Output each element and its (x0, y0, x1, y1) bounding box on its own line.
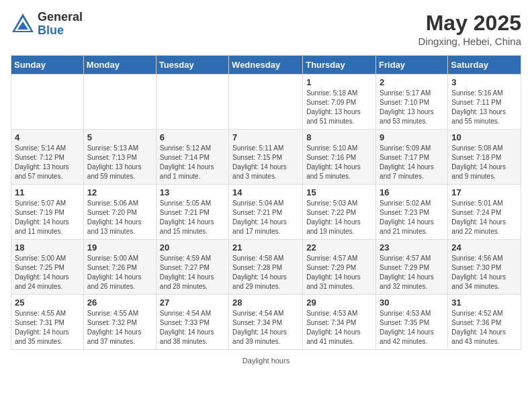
day-number: 17 (451, 187, 517, 197)
calendar-cell: 1Sunrise: 5:18 AM Sunset: 7:09 PM Daylig… (303, 75, 376, 130)
calendar-cell: 14Sunrise: 5:04 AM Sunset: 7:21 PM Dayli… (229, 185, 303, 240)
day-info: Sunrise: 5:13 AM Sunset: 7:13 PM Dayligh… (87, 144, 152, 181)
day-info: Sunrise: 5:04 AM Sunset: 7:21 PM Dayligh… (232, 199, 299, 236)
day-info: Sunrise: 4:56 AM Sunset: 7:30 PM Dayligh… (451, 254, 517, 291)
calendar-week-4: 25Sunrise: 4:55 AM Sunset: 7:31 PM Dayli… (11, 295, 521, 350)
logo-general: General (38, 11, 83, 24)
day-number: 15 (306, 187, 372, 197)
calendar-cell (11, 75, 84, 130)
day-info: Sunrise: 5:00 AM Sunset: 7:25 PM Dayligh… (15, 254, 80, 291)
logo-text: General Blue (38, 11, 83, 38)
calendar-cell: 20Sunrise: 4:59 AM Sunset: 7:27 PM Dayli… (156, 240, 228, 295)
day-info: Sunrise: 5:11 AM Sunset: 7:15 PM Dayligh… (232, 144, 299, 181)
day-info: Sunrise: 4:59 AM Sunset: 7:27 PM Dayligh… (160, 254, 225, 291)
day-number: 29 (306, 298, 372, 308)
calendar-cell: 24Sunrise: 4:56 AM Sunset: 7:30 PM Dayli… (448, 240, 521, 295)
calendar-cell (229, 75, 303, 130)
day-info: Sunrise: 5:14 AM Sunset: 7:12 PM Dayligh… (15, 144, 80, 181)
calendar-cell: 13Sunrise: 5:05 AM Sunset: 7:21 PM Dayli… (156, 185, 228, 240)
calendar-cell: 16Sunrise: 5:02 AM Sunset: 7:23 PM Dayli… (376, 185, 448, 240)
calendar-cell: 2Sunrise: 5:17 AM Sunset: 7:10 PM Daylig… (376, 75, 448, 130)
day-number: 30 (380, 298, 444, 308)
footer: Daylight hours (11, 357, 521, 365)
calendar-cell: 29Sunrise: 4:53 AM Sunset: 7:34 PM Dayli… (303, 295, 376, 350)
day-info: Sunrise: 4:55 AM Sunset: 7:31 PM Dayligh… (15, 309, 80, 347)
day-info: Sunrise: 5:08 AM Sunset: 7:18 PM Dayligh… (451, 144, 517, 181)
day-number: 5 (87, 132, 152, 142)
calendar-week-0: 1Sunrise: 5:18 AM Sunset: 7:09 PM Daylig… (11, 75, 521, 130)
calendar-cell (156, 75, 228, 130)
logo-blue: Blue (38, 24, 83, 38)
day-number: 9 (380, 132, 444, 142)
day-info: Sunrise: 4:55 AM Sunset: 7:32 PM Dayligh… (87, 309, 152, 347)
day-info: Sunrise: 5:16 AM Sunset: 7:11 PM Dayligh… (451, 89, 517, 126)
column-header-friday: Friday (376, 56, 448, 75)
day-number: 6 (160, 132, 225, 142)
calendar-cell: 19Sunrise: 5:00 AM Sunset: 7:26 PM Dayli… (83, 240, 156, 295)
day-number: 10 (451, 132, 517, 142)
page-header: General Blue May 2025 Dingxing, Hebei, C… (11, 11, 521, 47)
day-info: Sunrise: 5:03 AM Sunset: 7:22 PM Dayligh… (306, 199, 372, 236)
calendar-cell: 15Sunrise: 5:03 AM Sunset: 7:22 PM Dayli… (303, 185, 376, 240)
footer-text: Daylight hours (242, 357, 290, 365)
calendar-cell: 3Sunrise: 5:16 AM Sunset: 7:11 PM Daylig… (448, 75, 521, 130)
column-header-saturday: Saturday (448, 56, 521, 75)
day-number: 28 (232, 298, 299, 308)
calendar-cell: 7Sunrise: 5:11 AM Sunset: 7:15 PM Daylig… (229, 130, 303, 185)
day-number: 4 (15, 132, 80, 142)
day-info: Sunrise: 5:12 AM Sunset: 7:14 PM Dayligh… (160, 144, 225, 181)
column-header-tuesday: Tuesday (156, 56, 228, 75)
day-number: 20 (160, 242, 225, 253)
day-info: Sunrise: 5:18 AM Sunset: 7:09 PM Dayligh… (306, 89, 372, 126)
day-info: Sunrise: 5:07 AM Sunset: 7:19 PM Dayligh… (15, 199, 80, 236)
calendar-cell: 26Sunrise: 4:55 AM Sunset: 7:32 PM Dayli… (83, 295, 156, 350)
location-subtitle: Dingxing, Hebei, China (418, 36, 521, 47)
day-number: 8 (306, 132, 372, 142)
day-number: 21 (232, 242, 299, 253)
calendar-table: SundayMondayTuesdayWednesdayThursdayFrid… (11, 55, 521, 350)
day-number: 22 (306, 242, 372, 253)
calendar-week-2: 11Sunrise: 5:07 AM Sunset: 7:19 PM Dayli… (11, 185, 521, 240)
day-info: Sunrise: 4:54 AM Sunset: 7:33 PM Dayligh… (160, 309, 225, 347)
calendar-header-row: SundayMondayTuesdayWednesdayThursdayFrid… (11, 56, 521, 75)
calendar-cell: 12Sunrise: 5:06 AM Sunset: 7:20 PM Dayli… (83, 185, 156, 240)
calendar-cell: 27Sunrise: 4:54 AM Sunset: 7:33 PM Dayli… (156, 295, 228, 350)
calendar-cell (83, 75, 156, 130)
day-number: 23 (380, 242, 444, 253)
calendar-cell: 10Sunrise: 5:08 AM Sunset: 7:18 PM Dayli… (448, 130, 521, 185)
day-info: Sunrise: 4:58 AM Sunset: 7:28 PM Dayligh… (232, 254, 299, 291)
calendar-cell: 17Sunrise: 5:01 AM Sunset: 7:24 PM Dayli… (448, 185, 521, 240)
day-info: Sunrise: 4:57 AM Sunset: 7:29 PM Dayligh… (380, 254, 444, 291)
day-info: Sunrise: 4:53 AM Sunset: 7:34 PM Dayligh… (306, 309, 372, 347)
day-info: Sunrise: 5:17 AM Sunset: 7:10 PM Dayligh… (380, 89, 444, 126)
day-info: Sunrise: 4:52 AM Sunset: 7:36 PM Dayligh… (451, 309, 517, 347)
day-info: Sunrise: 5:10 AM Sunset: 7:16 PM Dayligh… (306, 144, 372, 181)
day-number: 26 (87, 298, 152, 308)
calendar-week-3: 18Sunrise: 5:00 AM Sunset: 7:25 PM Dayli… (11, 240, 521, 295)
day-info: Sunrise: 5:00 AM Sunset: 7:26 PM Dayligh… (87, 254, 152, 291)
day-number: 3 (451, 77, 517, 87)
logo: General Blue (11, 11, 83, 38)
calendar-cell: 4Sunrise: 5:14 AM Sunset: 7:12 PM Daylig… (11, 130, 84, 185)
calendar-cell: 25Sunrise: 4:55 AM Sunset: 7:31 PM Dayli… (11, 295, 84, 350)
day-number: 11 (15, 187, 80, 197)
calendar-cell: 23Sunrise: 4:57 AM Sunset: 7:29 PM Dayli… (376, 240, 448, 295)
day-info: Sunrise: 4:53 AM Sunset: 7:35 PM Dayligh… (380, 309, 444, 347)
day-number: 16 (380, 187, 444, 197)
day-info: Sunrise: 5:02 AM Sunset: 7:23 PM Dayligh… (380, 199, 444, 236)
calendar-week-1: 4Sunrise: 5:14 AM Sunset: 7:12 PM Daylig… (11, 130, 521, 185)
day-number: 19 (87, 242, 152, 253)
calendar-cell: 11Sunrise: 5:07 AM Sunset: 7:19 PM Dayli… (11, 185, 84, 240)
calendar-cell: 5Sunrise: 5:13 AM Sunset: 7:13 PM Daylig… (83, 130, 156, 185)
day-number: 25 (15, 298, 80, 308)
day-number: 31 (451, 298, 517, 308)
day-info: Sunrise: 4:54 AM Sunset: 7:34 PM Dayligh… (232, 309, 299, 347)
day-number: 1 (306, 77, 372, 87)
calendar-cell: 9Sunrise: 5:09 AM Sunset: 7:17 PM Daylig… (376, 130, 448, 185)
column-header-wednesday: Wednesday (229, 56, 303, 75)
calendar-cell: 21Sunrise: 4:58 AM Sunset: 7:28 PM Dayli… (229, 240, 303, 295)
column-header-thursday: Thursday (303, 56, 376, 75)
calendar-cell: 8Sunrise: 5:10 AM Sunset: 7:16 PM Daylig… (303, 130, 376, 185)
day-number: 13 (160, 187, 225, 197)
day-number: 24 (451, 242, 517, 253)
